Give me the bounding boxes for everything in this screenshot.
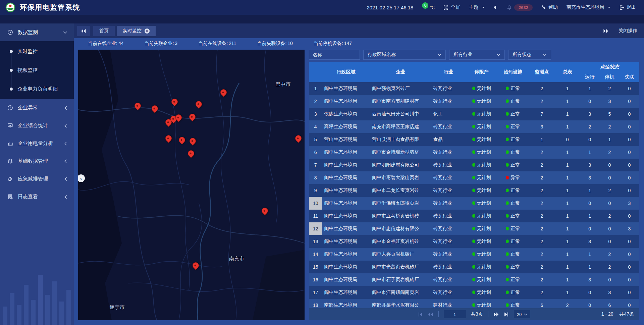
cell-industry: 建材行业 — [431, 299, 466, 308]
tab-realtime-monitoring[interactable]: 实时监控 ✕ — [117, 26, 156, 36]
header-actions: 2021-02-25 17:46:18 0 ℃ 全屏 主题 — [367, 4, 636, 11]
temperature: 0 ℃ — [422, 4, 435, 11]
cell-facility-status: 正常 — [497, 197, 529, 210]
sidebar-subitem-realtime-monitoring[interactable]: 实时监控 — [0, 42, 74, 61]
sidebar-item-label: 基础数据管理 — [18, 158, 48, 164]
status-dot-icon — [506, 303, 509, 307]
table-row[interactable]: 8 阆中生态环境局 阆中市枣碧大梁山页岩 砖瓦行业 无计划 异常 2 1 3 0… — [309, 171, 639, 184]
cell-limit-status: 无计划 — [466, 146, 497, 159]
cell-facility-status: 正常 — [497, 146, 529, 159]
table-row[interactable]: 9 阆中生态环境局 阆中市二龙长宝页岩砖 砖瓦行业 无计划 正常 2 1 1 2… — [309, 184, 639, 197]
sidebar-item-log-view[interactable]: 日志查看 — [0, 188, 74, 206]
first-page-button[interactable] — [418, 312, 423, 317]
table-row[interactable]: 14 阆中生态环境局 阆中大兴页岩机砖厂 砖瓦行业 无计划 正常 2 1 1 2… — [309, 248, 639, 261]
notifications[interactable]: 2632 — [507, 4, 533, 11]
table-row[interactable]: 18 南部生态环境局 南部县鑫华水泥有限公 建材行业 无计划 正常 6 2 0 … — [309, 299, 639, 308]
table-row[interactable]: 5 营山生态环境局 营山县润丰肉食品有限 食品 无计划 正常 1 0 0 1 0 — [309, 133, 639, 146]
table-row[interactable]: 15 阆中生态环境局 阆中市光富页岩机砖厂 砖瓦行业 无计划 正常 2 1 1 … — [309, 261, 639, 273]
tab-label: 首页 — [99, 28, 109, 34]
table-row[interactable]: 12 阆中生态环境局 阆中市忠信建材有限公 砖瓦行业 无计划 正常 2 1 0 … — [309, 222, 639, 235]
cell-stopped: 3 — [600, 286, 620, 299]
org-dropdown[interactable]: 南充市生态环境局 — [567, 4, 610, 10]
cell-limit-status: 无计划 — [466, 210, 497, 222]
table-row[interactable]: 11 阆中生态环境局 阆中市五马桥页岩机砖 砖瓦行业 无计划 正常 2 1 1 … — [309, 210, 639, 222]
table-row[interactable]: 2 阆中生态环境局 阆中市南方节能建材有 砖瓦行业 无计划 正常 2 1 0 3… — [309, 95, 639, 108]
logout-button[interactable]: 退出 — [619, 4, 636, 10]
sidebar-item-enterprise-abnormal[interactable]: 企业异常 — [0, 99, 74, 117]
status-dot-icon — [506, 239, 509, 243]
column-subheader: 运行 — [580, 72, 600, 82]
chevron-down-icon — [543, 53, 547, 56]
help-button[interactable]: 帮助 — [541, 4, 558, 10]
stat-value: 10 — [287, 41, 293, 46]
table-row[interactable]: 7 阆中生态环境局 阆中明阳建材有限公司 砖瓦行业 无计划 正常 2 1 3 0… — [309, 159, 639, 171]
page-number-input[interactable]: 1 — [444, 310, 466, 318]
pagination-bar: 1 共3页 20 — [309, 308, 639, 320]
close-operations-button[interactable]: 关闭操作 — [619, 28, 637, 34]
cell-monitor-points: 3 — [529, 120, 555, 133]
table-row[interactable]: 10 阆中生态环境局 阆中千佛镇五郎垭页岩 砖瓦行业 无计划 正常 2 1 0 … — [309, 197, 639, 210]
map-panel[interactable]: 巴中市南充市遂宁市 ‹ — [78, 50, 305, 320]
page-size-select[interactable]: 20 — [514, 310, 530, 318]
row-index: 4 — [309, 120, 322, 133]
temperature-badge: 0 — [422, 2, 428, 9]
cell-monitor-points: 2 — [529, 273, 555, 286]
prev-page-button[interactable] — [428, 312, 433, 317]
sidebar-item-enterprise-statistics[interactable]: 企业综合统计 — [0, 117, 74, 134]
status-dot-icon — [506, 87, 509, 90]
table-row[interactable]: 17 阆中生态环境局 阆中市江南镇阆南页岩 砖瓦行业 无计划 正常 2 1 0 … — [309, 286, 639, 299]
status-filter-select[interactable]: 所有状态 — [508, 50, 551, 60]
sidebar-subitem-video-monitoring[interactable]: 视频监控 — [0, 61, 74, 79]
table-row[interactable]: 1 阆中生态环境局 阆中强锐页岩砖厂 砖瓦行业 无计划 正常 2 1 1 2 0 — [309, 82, 639, 95]
theme-dropdown[interactable]: 主题 — [469, 4, 485, 10]
sidebar-item-emergency-reduction[interactable]: 应急减排管理 — [0, 170, 74, 188]
cell-offline: 0 — [620, 261, 639, 273]
tab-home[interactable]: 首页 — [93, 26, 115, 36]
cell-industry: 砖瓦行业 — [431, 248, 466, 261]
table-row[interactable]: 16 阆中生态环境局 阆中市石子页岩机砖厂 砖瓦行业 无计划 正常 2 1 3 … — [309, 273, 639, 286]
status-dot-icon — [472, 278, 475, 281]
cell-meters: 1 — [555, 273, 580, 286]
table-row[interactable]: 6 阆中生态环境局 阆中市金博瑞新型墙材 砖瓦行业 无计划 正常 2 1 1 2… — [309, 146, 639, 159]
cell-limit-status: 无计划 — [466, 197, 497, 210]
sidebar-subitem-power-load-detail[interactable]: 企业电力负荷明细 — [0, 79, 74, 98]
cell-running: 0 — [580, 133, 600, 146]
fullscreen-button[interactable]: 全屏 — [443, 4, 460, 10]
logout-icon — [619, 5, 624, 10]
next-page-button[interactable] — [493, 312, 499, 317]
mute-speaker-button[interactable] — [493, 5, 498, 10]
sidebar-item-base-data-management[interactable]: 基础数据管理 — [0, 152, 74, 170]
cell-offline: 0 — [620, 133, 639, 146]
status-dot-icon — [472, 99, 475, 103]
filter-bar: 行政区域名称 所有行业 所有状态 — [309, 50, 639, 60]
tabs-scroll-left-button[interactable] — [77, 26, 90, 36]
datetime: 2021-02-25 17:46:18 — [367, 5, 413, 10]
org-label: 南充市生态环境局 — [567, 4, 604, 10]
cell-offline: 0 — [620, 184, 639, 197]
table-row[interactable]: 13 阆中生态环境局 阆中市金福旺页岩机砖 砖瓦行业 无计划 正常 2 1 3 … — [309, 235, 639, 248]
stat-item: 当前失联设备:10 — [257, 41, 292, 47]
name-filter-input[interactable] — [309, 50, 360, 60]
column-group-header: 点位状态 — [580, 62, 639, 72]
cell-monitor-points: 1 — [529, 133, 555, 146]
sidebar-item-data-monitoring[interactable]: 数据监测 — [0, 23, 74, 41]
cell-industry: 砖瓦行业 — [431, 184, 466, 197]
cell-region: 阆中生态环境局 — [322, 95, 370, 108]
sidebar-item-power-usage-analysis[interactable]: 企业用电量分析 — [0, 134, 74, 152]
cell-limit-status: 无计划 — [466, 248, 497, 261]
status-dot-icon — [506, 125, 509, 128]
table-row[interactable]: 4 高坪生态环境局 南充市高坪区王家店建 砖瓦行业 无计划 正常 3 1 2 2… — [309, 120, 639, 133]
cell-meters: 1 — [555, 210, 580, 222]
board-icon — [7, 123, 13, 128]
close-tab-icon[interactable]: ✕ — [145, 29, 150, 34]
chevron-down-icon — [63, 31, 67, 34]
industry-filter-select[interactable]: 所有行业 — [449, 50, 505, 60]
tabs-scroll-right-button[interactable] — [603, 29, 608, 33]
region-filter-select[interactable]: 行政区域名称 — [363, 50, 446, 60]
cell-offline: 0 — [620, 120, 639, 133]
last-page-button[interactable] — [504, 312, 509, 317]
cell-monitor-points: 2 — [529, 222, 555, 235]
cell-stopped: 0 — [600, 235, 620, 248]
table-row[interactable]: 3 仪陇生态环境局 西南油气田分公司川中 化工 无计划 正常 7 1 3 5 0 — [309, 108, 639, 120]
page-size-value: 20 — [517, 312, 522, 317]
